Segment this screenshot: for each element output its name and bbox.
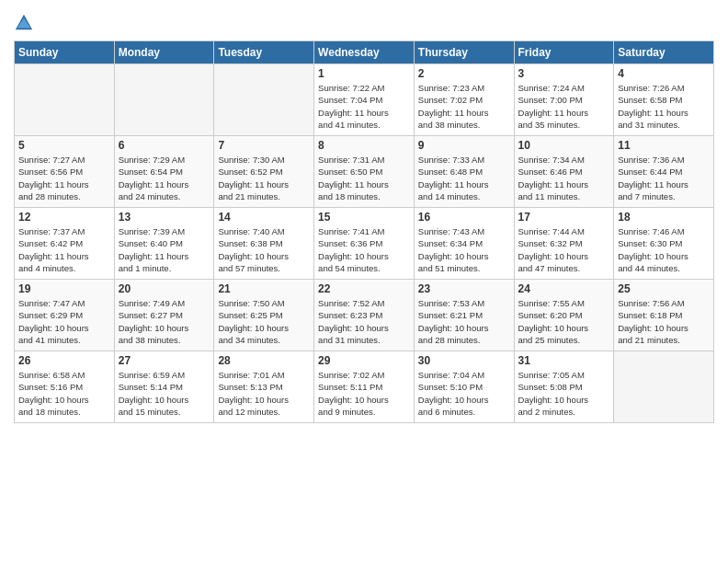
calendar-cell bbox=[614, 351, 714, 423]
day-number: 2 bbox=[418, 67, 510, 80]
svg-marker-1 bbox=[17, 18, 31, 29]
day-number: 8 bbox=[318, 139, 410, 152]
day-info: Sunrise: 7:43 AMSunset: 6:34 PMDaylight:… bbox=[418, 225, 510, 274]
day-info: Sunrise: 7:30 AMSunset: 6:52 PMDaylight:… bbox=[218, 154, 310, 202]
day-info: Sunrise: 7:26 AMSunset: 6:58 PMDaylight:… bbox=[618, 82, 710, 131]
day-info: Sunrise: 6:59 AMSunset: 5:14 PMDaylight:… bbox=[119, 369, 210, 418]
calendar-table: Sunday Monday Tuesday Wednesday Thursday… bbox=[14, 40, 714, 423]
calendar-cell: 27Sunrise: 6:59 AMSunset: 5:14 PMDayligh… bbox=[114, 351, 214, 423]
day-info: Sunrise: 7:50 AMSunset: 6:25 PMDaylight:… bbox=[218, 297, 310, 346]
day-info: Sunrise: 7:24 AMSunset: 7:00 PMDaylight:… bbox=[518, 82, 610, 131]
day-number: 30 bbox=[418, 354, 510, 367]
calendar-cell: 5Sunrise: 7:27 AMSunset: 6:56 PMDaylight… bbox=[15, 136, 115, 208]
calendar-cell: 7Sunrise: 7:30 AMSunset: 6:52 PMDaylight… bbox=[214, 136, 314, 208]
day-info: Sunrise: 7:04 AMSunset: 5:10 PMDaylight:… bbox=[418, 369, 510, 418]
week-row-4: 19Sunrise: 7:47 AMSunset: 6:29 PMDayligh… bbox=[15, 280, 714, 351]
calendar-cell: 20Sunrise: 7:49 AMSunset: 6:27 PMDayligh… bbox=[114, 280, 214, 351]
day-number: 29 bbox=[318, 354, 410, 367]
day-number: 23 bbox=[418, 282, 510, 295]
day-number: 10 bbox=[518, 139, 610, 152]
calendar-cell: 14Sunrise: 7:40 AMSunset: 6:38 PMDayligh… bbox=[214, 208, 314, 280]
col-tuesday: Tuesday bbox=[214, 41, 314, 64]
day-info: Sunrise: 7:37 AMSunset: 6:42 PMDaylight:… bbox=[18, 225, 110, 274]
logo bbox=[14, 13, 38, 33]
header bbox=[14, 9, 714, 33]
day-number: 7 bbox=[218, 139, 310, 152]
day-number: 21 bbox=[218, 282, 310, 295]
day-number: 24 bbox=[518, 282, 610, 295]
day-info: Sunrise: 6:58 AMSunset: 5:16 PMDaylight:… bbox=[18, 369, 110, 418]
day-number: 17 bbox=[518, 211, 610, 224]
calendar-cell bbox=[15, 64, 115, 136]
header-row: Sunday Monday Tuesday Wednesday Thursday… bbox=[15, 41, 714, 64]
day-info: Sunrise: 7:39 AMSunset: 6:40 PMDaylight:… bbox=[119, 225, 210, 274]
calendar-cell: 10Sunrise: 7:34 AMSunset: 6:46 PMDayligh… bbox=[514, 136, 614, 208]
day-info: Sunrise: 7:44 AMSunset: 6:32 PMDaylight:… bbox=[518, 225, 610, 274]
day-number: 20 bbox=[119, 282, 210, 295]
calendar-cell: 11Sunrise: 7:36 AMSunset: 6:44 PMDayligh… bbox=[614, 136, 714, 208]
calendar-cell: 31Sunrise: 7:05 AMSunset: 5:08 PMDayligh… bbox=[514, 351, 614, 423]
day-info: Sunrise: 7:41 AMSunset: 6:36 PMDaylight:… bbox=[318, 225, 410, 274]
day-info: Sunrise: 7:47 AMSunset: 6:29 PMDaylight:… bbox=[18, 297, 110, 346]
calendar-cell: 9Sunrise: 7:33 AMSunset: 6:48 PMDaylight… bbox=[414, 136, 514, 208]
day-info: Sunrise: 7:36 AMSunset: 6:44 PMDaylight:… bbox=[618, 154, 710, 202]
calendar-cell: 17Sunrise: 7:44 AMSunset: 6:32 PMDayligh… bbox=[514, 208, 614, 280]
calendar-cell: 28Sunrise: 7:01 AMSunset: 5:13 PMDayligh… bbox=[214, 351, 314, 423]
col-monday: Monday bbox=[114, 41, 214, 64]
calendar-cell: 25Sunrise: 7:56 AMSunset: 6:18 PMDayligh… bbox=[614, 280, 714, 351]
day-number: 26 bbox=[18, 354, 110, 367]
calendar-cell: 15Sunrise: 7:41 AMSunset: 6:36 PMDayligh… bbox=[314, 208, 415, 280]
day-info: Sunrise: 7:27 AMSunset: 6:56 PMDaylight:… bbox=[18, 154, 110, 202]
day-number: 11 bbox=[618, 139, 710, 152]
col-wednesday: Wednesday bbox=[314, 41, 415, 64]
col-thursday: Thursday bbox=[414, 41, 514, 64]
day-info: Sunrise: 7:56 AMSunset: 6:18 PMDaylight:… bbox=[618, 297, 710, 346]
col-friday: Friday bbox=[514, 41, 614, 64]
day-info: Sunrise: 7:53 AMSunset: 6:21 PMDaylight:… bbox=[418, 297, 510, 346]
day-info: Sunrise: 7:52 AMSunset: 6:23 PMDaylight:… bbox=[318, 297, 410, 346]
day-info: Sunrise: 7:33 AMSunset: 6:48 PMDaylight:… bbox=[418, 154, 510, 202]
calendar-cell: 23Sunrise: 7:53 AMSunset: 6:21 PMDayligh… bbox=[414, 280, 514, 351]
day-number: 27 bbox=[119, 354, 210, 367]
day-number: 28 bbox=[218, 354, 310, 367]
week-row-3: 12Sunrise: 7:37 AMSunset: 6:42 PMDayligh… bbox=[15, 208, 714, 280]
day-number: 31 bbox=[518, 354, 610, 367]
day-number: 16 bbox=[418, 211, 510, 224]
week-row-1: 1Sunrise: 7:22 AMSunset: 7:04 PMDaylight… bbox=[15, 64, 714, 136]
calendar-cell: 1Sunrise: 7:22 AMSunset: 7:04 PMDaylight… bbox=[314, 64, 415, 136]
calendar-cell: 24Sunrise: 7:55 AMSunset: 6:20 PMDayligh… bbox=[514, 280, 614, 351]
calendar-cell bbox=[214, 64, 314, 136]
day-number: 3 bbox=[518, 67, 610, 80]
day-info: Sunrise: 7:23 AMSunset: 7:02 PMDaylight:… bbox=[418, 82, 510, 131]
calendar-cell: 3Sunrise: 7:24 AMSunset: 7:00 PMDaylight… bbox=[514, 64, 614, 136]
day-info: Sunrise: 7:49 AMSunset: 6:27 PMDaylight:… bbox=[119, 297, 210, 346]
col-saturday: Saturday bbox=[614, 41, 714, 64]
calendar-cell: 19Sunrise: 7:47 AMSunset: 6:29 PMDayligh… bbox=[15, 280, 115, 351]
day-info: Sunrise: 7:55 AMSunset: 6:20 PMDaylight:… bbox=[518, 297, 610, 346]
day-number: 6 bbox=[119, 139, 210, 152]
day-info: Sunrise: 7:22 AMSunset: 7:04 PMDaylight:… bbox=[318, 82, 410, 131]
day-number: 12 bbox=[18, 211, 110, 224]
day-info: Sunrise: 7:34 AMSunset: 6:46 PMDaylight:… bbox=[518, 154, 610, 202]
calendar-cell: 4Sunrise: 7:26 AMSunset: 6:58 PMDaylight… bbox=[614, 64, 714, 136]
calendar-cell bbox=[114, 64, 214, 136]
col-sunday: Sunday bbox=[15, 41, 115, 64]
day-info: Sunrise: 7:05 AMSunset: 5:08 PMDaylight:… bbox=[518, 369, 610, 418]
day-number: 25 bbox=[618, 282, 710, 295]
day-info: Sunrise: 7:02 AMSunset: 5:11 PMDaylight:… bbox=[318, 369, 410, 418]
day-number: 15 bbox=[318, 211, 410, 224]
calendar-cell: 12Sunrise: 7:37 AMSunset: 6:42 PMDayligh… bbox=[15, 208, 115, 280]
day-number: 19 bbox=[18, 282, 110, 295]
day-info: Sunrise: 7:01 AMSunset: 5:13 PMDaylight:… bbox=[218, 369, 310, 418]
day-number: 9 bbox=[418, 139, 510, 152]
calendar-cell: 6Sunrise: 7:29 AMSunset: 6:54 PMDaylight… bbox=[114, 136, 214, 208]
day-number: 5 bbox=[18, 139, 110, 152]
day-number: 4 bbox=[618, 67, 710, 80]
calendar-cell: 8Sunrise: 7:31 AMSunset: 6:50 PMDaylight… bbox=[314, 136, 415, 208]
calendar-cell: 30Sunrise: 7:04 AMSunset: 5:10 PMDayligh… bbox=[414, 351, 514, 423]
calendar-cell: 26Sunrise: 6:58 AMSunset: 5:16 PMDayligh… bbox=[15, 351, 115, 423]
day-number: 13 bbox=[119, 211, 210, 224]
calendar-cell: 16Sunrise: 7:43 AMSunset: 6:34 PMDayligh… bbox=[414, 208, 514, 280]
day-info: Sunrise: 7:29 AMSunset: 6:54 PMDaylight:… bbox=[119, 154, 210, 202]
calendar-cell: 2Sunrise: 7:23 AMSunset: 7:02 PMDaylight… bbox=[414, 64, 514, 136]
